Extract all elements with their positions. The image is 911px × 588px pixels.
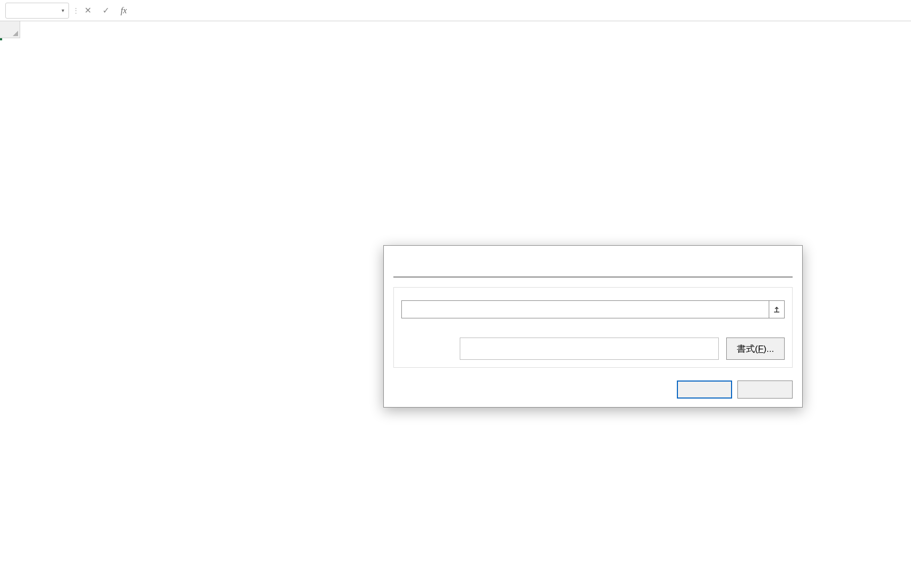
separator: ⋮ (72, 4, 75, 17)
cancel-formula-icon[interactable]: ✕ (81, 4, 94, 18)
new-formatting-rule-dialog: 書式(F)... (383, 245, 803, 408)
fx-icon[interactable]: fx (117, 4, 131, 18)
ok-button[interactable] (677, 381, 732, 399)
spreadsheet-grid (0, 21, 911, 38)
format-button[interactable]: 書式(F)... (726, 338, 785, 360)
name-box[interactable]: ▾ (5, 3, 69, 19)
column-headers (20, 21, 911, 38)
formula-bar: ▾ ⋮ ✕ ✓ fx (0, 0, 911, 21)
select-all-button[interactable] (0, 21, 20, 38)
selection-border (0, 38, 2, 40)
dialog-titlebar[interactable] (384, 246, 802, 269)
chevron-down-icon[interactable]: ▾ (62, 7, 64, 13)
preview-box (460, 338, 719, 360)
enter-formula-icon[interactable]: ✓ (99, 4, 113, 18)
formula-input[interactable] (133, 3, 911, 19)
rule-formula-input[interactable] (401, 300, 769, 318)
cancel-button[interactable] (737, 381, 793, 399)
collapse-dialog-icon[interactable] (769, 300, 785, 318)
rule-type-list[interactable] (393, 276, 793, 278)
